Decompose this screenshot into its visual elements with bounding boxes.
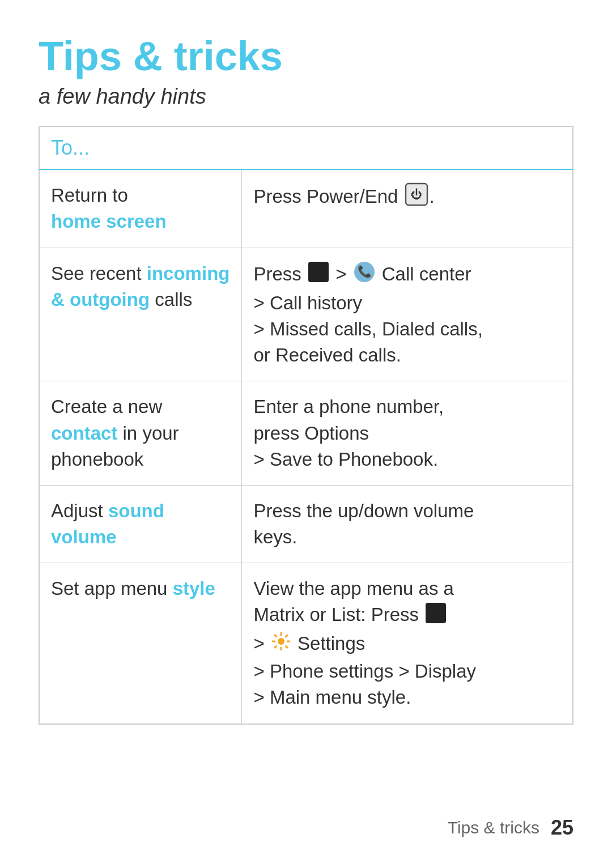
- page-footer: Tips & tricks 25: [448, 816, 573, 840]
- table-header-row: To...: [39, 126, 573, 169]
- svg-text:📞: 📞: [357, 265, 371, 278]
- svg-line-12: [286, 646, 288, 648]
- highlight-contact: contact: [51, 423, 117, 444]
- left-plain-text: Return to: [51, 185, 128, 206]
- footer-label: Tips & tricks: [448, 818, 539, 837]
- table-cell-left: Adjust soundvolume: [39, 485, 242, 563]
- table-cell-right: Enter a phone number, press Options > Sa…: [242, 381, 573, 486]
- page-content: Tips & tricks a few handy hints To... Re…: [0, 0, 612, 725]
- highlight-home-screen: home screen: [51, 211, 167, 232]
- svg-rect-2: [308, 262, 329, 282]
- table-cell-right: Press the up/down volume keys.: [242, 485, 573, 563]
- table-row: Create a new contact in yourphonebook En…: [39, 381, 573, 486]
- table-cell-right: Press Power/End ⏻ .: [242, 169, 573, 248]
- svg-rect-5: [426, 603, 446, 623]
- power-end-icon: ⏻: [405, 182, 428, 213]
- left-plain-text: Create a new: [51, 396, 162, 417]
- menu-icon: [308, 261, 329, 290]
- highlight-style: style: [173, 578, 215, 599]
- footer-page-number: 25: [551, 816, 573, 840]
- table-cell-left: Return to home screen: [39, 169, 242, 248]
- svg-line-14: [274, 646, 277, 648]
- svg-point-6: [278, 638, 284, 645]
- svg-text:⏻: ⏻: [411, 188, 422, 201]
- svg-line-11: [274, 635, 277, 637]
- settings-icon: [271, 631, 291, 658]
- table-cell-left: See recent incoming& outgoing calls: [39, 248, 242, 381]
- table-row: See recent incoming& outgoing calls Pres…: [39, 248, 573, 381]
- svg-line-13: [286, 635, 288, 637]
- tips-table: To... Return to home screen Press Power/…: [39, 126, 573, 724]
- left-plain-text: Adjust: [51, 500, 108, 521]
- table-cell-right: View the app menu as a Matrix or List: P…: [242, 563, 573, 724]
- table-row: Return to home screen Press Power/End ⏻ …: [39, 169, 573, 248]
- left-plain-text: See recent: [51, 263, 147, 284]
- page-subtitle: a few handy hints: [39, 84, 573, 109]
- left-plain-text: calls: [150, 289, 192, 310]
- table-cell-left: Set app menu style: [39, 563, 242, 724]
- table-cell-left: Create a new contact in yourphonebook: [39, 381, 242, 486]
- table-cell-right: Press > 📞 Call center > Call: [242, 248, 573, 381]
- table-header-cell: To...: [39, 126, 573, 169]
- page-title: Tips & tricks: [39, 34, 573, 79]
- call-center-icon: 📞: [353, 261, 376, 290]
- left-plain-text: Set app menu: [51, 578, 173, 599]
- table-row: Set app menu style View the app menu as …: [39, 563, 573, 724]
- menu-icon-2: [425, 602, 447, 631]
- table-row: Adjust soundvolume Press the up/down vol…: [39, 485, 573, 563]
